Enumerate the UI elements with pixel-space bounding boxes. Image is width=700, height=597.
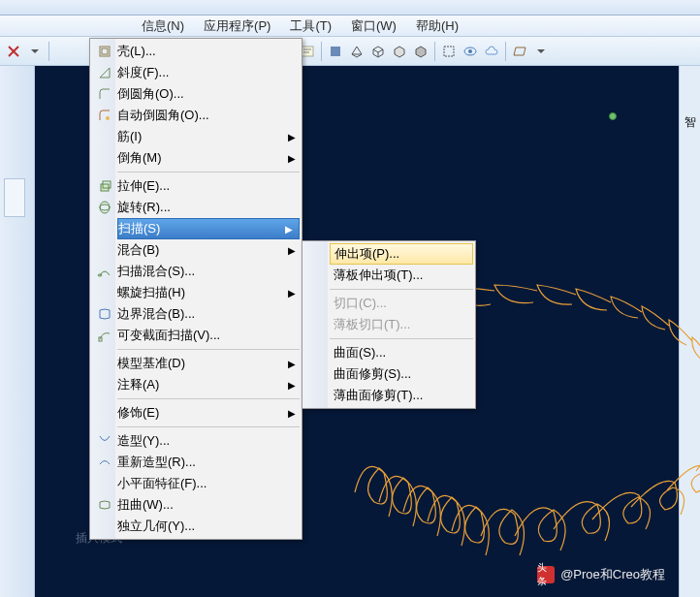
tb-isocube1-icon[interactable]: [368, 42, 388, 61]
menu-item[interactable]: 重新造型(R)...: [115, 452, 302, 473]
submenu-arrow-icon: ▶: [288, 408, 296, 419]
menu-item-label: 螺旋扫描(H): [117, 284, 284, 301]
menu-item[interactable]: 可变截面扫描(V)...: [115, 325, 302, 346]
menu-item-icon: [96, 518, 113, 535]
left-panel: [0, 66, 35, 597]
submenu-item[interactable]: 薄板伸出项(T)...: [328, 265, 475, 286]
watermark: 头条 @Proe和Creo教程: [537, 566, 665, 583]
menu-item[interactable]: 扭曲(W)...: [115, 494, 302, 516]
menu-item[interactable]: 小平面特征(F)...: [115, 473, 302, 494]
menu-item[interactable]: 注释(A)▶: [115, 374, 302, 395]
menu-item-label: 混合(B): [117, 241, 284, 259]
menu-item[interactable]: 螺旋扫描(H)▶: [115, 282, 302, 303]
menu-app[interactable]: 应用程序(P): [198, 16, 276, 37]
menu-item[interactable]: 扫描混合(S)...: [115, 261, 302, 282]
menu-item[interactable]: 拉伸(E)...: [115, 175, 302, 197]
menu-item[interactable]: 筋(I)▶: [115, 126, 302, 147]
submenu-arrow-icon: ▶: [288, 288, 296, 298]
menu-item[interactable]: 壳(L)...: [115, 41, 302, 62]
submenu-item[interactable]: 薄曲面修剪(T)...: [328, 385, 475, 406]
svg-rect-8: [444, 47, 454, 56]
menu-item[interactable]: 倒角(M)▶: [115, 147, 302, 169]
menu-item-icon: [96, 107, 113, 124]
menu-item-icon: [96, 241, 113, 259]
menu-item-label: 倒角(M): [117, 149, 284, 167]
tb-box-icon[interactable]: [439, 42, 459, 61]
menu-item-label: 边界混合(B)...: [117, 305, 284, 323]
menu-item-icon: [96, 305, 113, 323]
tb-isocube3-icon[interactable]: [411, 42, 430, 61]
menu-item-icon: [96, 64, 113, 81]
submenu-arrow-icon: ▶: [285, 224, 293, 235]
menu-item-icon: [96, 376, 113, 393]
tb-wire-icon[interactable]: [347, 42, 366, 61]
menu-item[interactable]: 模型基准(D)▶: [115, 353, 302, 374]
svg-point-13: [106, 116, 110, 120]
menu-item[interactable]: 自动倒圆角(O)...: [115, 105, 302, 126]
menubar: 信息(N) 应用程序(P) 工具(T) 窗口(W) 帮助(H): [0, 16, 700, 37]
menu-item-label: 模型基准(D): [117, 355, 284, 372]
menu-item-icon: [96, 496, 113, 514]
menu-item[interactable]: 边界混合(B)...: [115, 303, 302, 325]
menu-item[interactable]: 旋转(R)...: [115, 197, 302, 218]
watermark-logo-icon: 头条: [537, 566, 555, 583]
menu-help[interactable]: 帮助(H): [410, 16, 464, 37]
svg-point-16: [100, 204, 110, 210]
svg-rect-12: [102, 48, 108, 54]
menu-item-icon: [96, 149, 113, 167]
menu-item[interactable]: 独立几何(Y)...: [115, 516, 302, 537]
left-tab[interactable]: [4, 178, 25, 217]
menu-item-icon: [96, 454, 113, 471]
submenu-item[interactable]: 伸出项(P)...: [330, 243, 473, 265]
titlebar: [0, 0, 700, 16]
menu-item-label: 自动倒圆角(O)...: [117, 107, 284, 124]
menu-item-icon: [97, 220, 114, 237]
menu-item[interactable]: 斜度(F)...: [115, 62, 302, 83]
submenu-item: 切口(C)...: [328, 293, 475, 314]
status-indicator-icon: [609, 112, 617, 120]
menu-item-label: 斜度(F)...: [117, 64, 284, 81]
submenu-item-label: 伸出项(P)...: [334, 245, 468, 263]
tb-cloud-icon[interactable]: [482, 42, 501, 61]
tb-dropdown2-icon[interactable]: [531, 42, 551, 61]
svg-rect-7: [331, 47, 340, 56]
menu-tools[interactable]: 工具(T): [284, 16, 337, 37]
menu-item-label: 扫描(S): [118, 220, 283, 237]
menu-item-label: 壳(L)...: [117, 43, 284, 60]
menu-item-label: 倒圆角(O)...: [117, 85, 284, 103]
tb-close-icon[interactable]: [4, 42, 23, 61]
submenu-arrow-icon: ▶: [288, 380, 296, 391]
menu-item-icon: [96, 432, 113, 450]
menu-item-label: 旋转(R)...: [117, 199, 284, 216]
menu-item-icon: [96, 355, 113, 372]
menu-item[interactable]: 混合(B)▶: [115, 239, 302, 261]
menu-item-icon: [96, 85, 113, 103]
menu-item[interactable]: 造型(Y)...: [115, 430, 302, 452]
submenu-item-label: 薄板伸出项(T)...: [334, 267, 469, 284]
menu-item-label: 拉伸(E)...: [117, 177, 284, 195]
submenu-arrow-icon: ▶: [288, 132, 296, 142]
tb-dropdown-icon[interactable]: [25, 42, 45, 61]
menu-item-icon: [96, 263, 113, 280]
submenu-item: 薄板切口(T)...: [328, 314, 475, 335]
menu-info[interactable]: 信息(N): [136, 16, 190, 37]
menu-item-label: 小平面特征(F)...: [117, 475, 284, 492]
svg-point-10: [468, 49, 472, 53]
tb-eye-icon[interactable]: [461, 42, 480, 61]
tb-parallelogram-icon[interactable]: [510, 42, 529, 61]
submenu-item[interactable]: 曲面修剪(S)...: [328, 363, 475, 385]
menu-item[interactable]: 倒圆角(O)...: [115, 83, 302, 105]
menu-item-icon: [96, 327, 113, 344]
right-label[interactable]: 智: [684, 114, 696, 131]
context-menu: 壳(L)...斜度(F)...倒圆角(O)...自动倒圆角(O)...筋(I)▶…: [89, 38, 302, 540]
submenu-arrow-icon: ▶: [288, 245, 296, 256]
watermark-text: @Proe和Creo教程: [560, 566, 665, 583]
tb-shade-icon[interactable]: [326, 42, 345, 61]
menu-item-label: 可变截面扫描(V)...: [117, 327, 284, 344]
menu-item[interactable]: 扫描(S)▶: [117, 218, 300, 239]
menu-window[interactable]: 窗口(W): [345, 16, 402, 37]
menu-item-icon: [96, 284, 113, 301]
submenu-item[interactable]: 曲面(S)...: [328, 342, 475, 363]
menu-item[interactable]: 修饰(E)▶: [115, 402, 302, 424]
tb-isocube2-icon[interactable]: [390, 42, 409, 61]
